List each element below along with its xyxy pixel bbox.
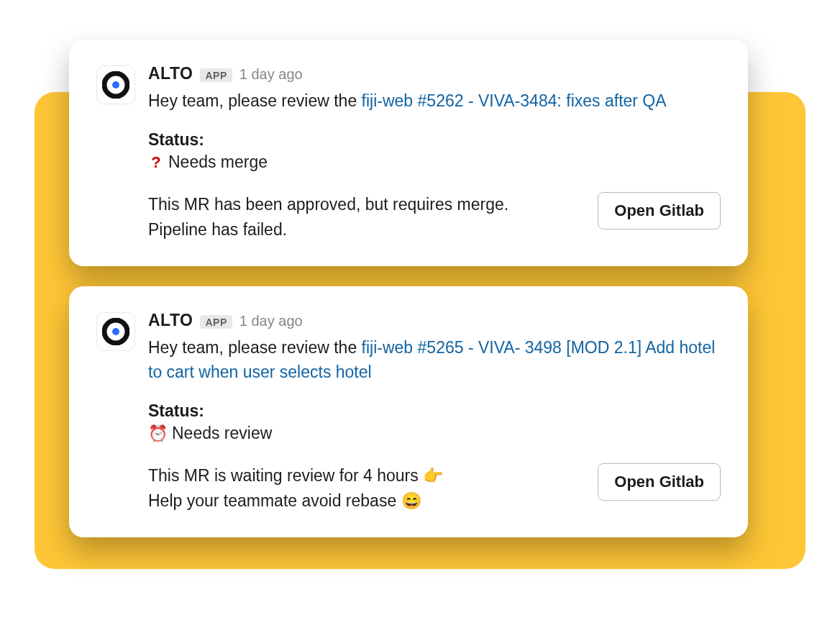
- message-list: ALTO APP 1 day ago Hey team, please revi…: [69, 40, 748, 537]
- intro-text: Hey team, please review the: [148, 338, 362, 357]
- message-timestamp: 1 day ago: [239, 66, 303, 83]
- intro-text: Hey team, please review the: [148, 91, 362, 110]
- message-header: ALTO APP 1 day ago: [148, 64, 721, 83]
- bot-name: ALTO: [148, 64, 193, 83]
- detail-line: This MR has been approved, but requires …: [148, 192, 580, 217]
- status-text: Needs review: [172, 424, 272, 443]
- alto-logo-icon: [102, 318, 129, 345]
- slack-message-card: ALTO APP 1 day ago Hey team, please revi…: [69, 286, 748, 537]
- detail-line: Pipeline has failed.: [148, 217, 580, 242]
- status-text: Needs merge: [168, 152, 268, 172]
- detail-line: This MR is waiting review for 4 hours 👉: [148, 463, 580, 488]
- detail-text: This MR has been approved, but requires …: [148, 192, 580, 242]
- svg-point-1: [112, 81, 119, 88]
- question-mark-icon: ?: [148, 153, 164, 172]
- detail-text: This MR is waiting review for 4 hours 👉 …: [148, 463, 580, 513]
- open-gitlab-button[interactable]: Open Gitlab: [598, 463, 721, 501]
- bot-name: ALTO: [148, 311, 193, 330]
- bot-avatar: [96, 312, 135, 351]
- merge-request-link[interactable]: fiji-web #5262 - VIVA-3484: fixes after …: [362, 91, 667, 110]
- status-label: Status:: [148, 401, 721, 421]
- message-body: Hey team, please review the fiji-web #52…: [148, 336, 721, 384]
- status-line: ⏰ Needs review: [148, 424, 721, 443]
- alarm-clock-icon: ⏰: [148, 424, 168, 443]
- message-header: ALTO APP 1 day ago: [148, 311, 721, 330]
- bot-avatar: [96, 65, 135, 104]
- message-body: Hey team, please review the fiji-web #52…: [148, 89, 721, 113]
- app-badge: APP: [200, 315, 232, 329]
- slack-message-card: ALTO APP 1 day ago Hey team, please revi…: [69, 40, 748, 266]
- svg-point-3: [112, 328, 119, 335]
- status-block: Status: ? Needs merge: [148, 130, 721, 172]
- message-timestamp: 1 day ago: [239, 313, 303, 329]
- status-line: ? Needs merge: [148, 152, 721, 172]
- alto-logo-icon: [102, 71, 129, 99]
- status-block: Status: ⏰ Needs review: [148, 401, 721, 443]
- open-gitlab-button[interactable]: Open Gitlab: [598, 192, 721, 229]
- detail-line: Help your teammate avoid rebase 😄: [148, 488, 580, 514]
- app-badge: APP: [200, 68, 232, 82]
- status-label: Status:: [148, 130, 721, 150]
